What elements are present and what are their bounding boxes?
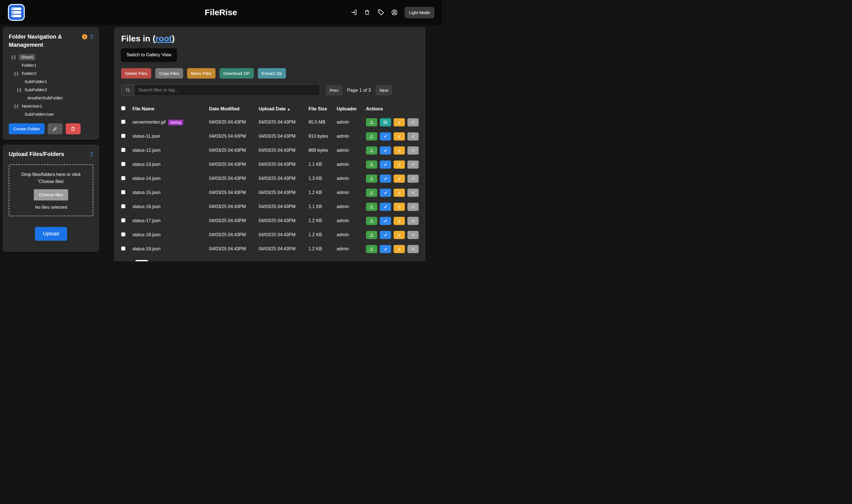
row-checkbox[interactable] (121, 134, 125, 138)
row-checkbox[interactable] (121, 190, 125, 194)
tree-item-label[interactable]: SubFolderUser (24, 112, 54, 117)
logout-icon[interactable] (350, 9, 357, 16)
header-file-name[interactable]: File Name (133, 106, 209, 111)
preview-button[interactable] (380, 118, 391, 126)
share-button[interactable] (407, 161, 419, 169)
share-button[interactable] (407, 146, 419, 155)
tree-item-label[interactable]: (Root) (19, 54, 35, 60)
tree-item-label[interactable]: Folder2 (22, 71, 37, 76)
edit-button[interactable] (380, 188, 391, 197)
select-all-checkbox[interactable] (121, 106, 125, 110)
file-name[interactable]: servermonitor.gif (133, 120, 166, 124)
header-uploader[interactable]: Uploader (337, 106, 366, 111)
edit-button[interactable] (380, 132, 391, 141)
tree-item-label[interactable]: NewUser1 (22, 104, 42, 109)
share-button[interactable] (407, 245, 419, 253)
tag-icon[interactable] (378, 9, 384, 16)
rename-button[interactable] (394, 188, 405, 197)
share-button[interactable] (407, 231, 419, 239)
rename-button[interactable] (394, 231, 405, 239)
file-name[interactable]: status-18.json (133, 232, 161, 237)
tree-item-label[interactable]: AnotherSubFolder (27, 95, 63, 101)
download-button[interactable] (366, 231, 377, 239)
root-link[interactable]: root (156, 34, 172, 43)
download-button[interactable] (366, 245, 377, 253)
download-button[interactable] (366, 203, 377, 211)
row-checkbox[interactable] (121, 162, 125, 166)
download-button[interactable] (366, 118, 377, 126)
file-dropzone[interactable]: Drop files/folders here or click 'Choose… (9, 164, 93, 216)
rename-button[interactable] (394, 175, 405, 183)
rename-button[interactable] (394, 161, 405, 169)
tree-item-label[interactable]: SubFolder1 (24, 79, 47, 84)
header-file-size[interactable]: File Size (309, 106, 337, 111)
download-button[interactable] (366, 175, 377, 183)
rename-folder-button[interactable] (48, 123, 63, 134)
rename-button[interactable] (394, 245, 405, 253)
row-checkbox[interactable] (121, 120, 125, 124)
download-button[interactable] (366, 188, 377, 197)
tree-toggle[interactable]: [-] (12, 55, 19, 60)
row-checkbox[interactable] (121, 232, 125, 236)
file-name[interactable]: status-12.json (133, 148, 161, 152)
share-button[interactable] (407, 175, 419, 183)
next-page-button[interactable]: Next (376, 85, 392, 95)
row-checkbox[interactable] (121, 204, 125, 208)
file-name[interactable]: status-13.json (133, 162, 161, 167)
share-button[interactable] (407, 132, 419, 141)
edit-button[interactable] (380, 245, 391, 253)
tree-toggle[interactable]: [-] (17, 87, 24, 92)
edit-button[interactable] (380, 161, 391, 169)
edit-button[interactable] (380, 146, 391, 155)
items-per-page-select[interactable]: 10 (135, 260, 148, 261)
switch-gallery-view-button[interactable]: Switch to Gallery View (121, 49, 177, 61)
download-button[interactable] (366, 161, 377, 169)
tree-item[interactable]: [-]SubFolder2 (9, 86, 93, 94)
edit-button[interactable] (380, 217, 391, 225)
tree-item[interactable]: [-](Root) (9, 53, 93, 61)
file-name[interactable]: status-14.json (133, 176, 161, 181)
tree-item-label[interactable]: SubFolder2 (24, 87, 47, 92)
share-button[interactable] (407, 217, 419, 225)
header-upload-date[interactable]: Upload Date▲ (259, 106, 309, 111)
share-button[interactable] (407, 118, 419, 126)
download-button[interactable] (366, 217, 377, 225)
rename-button[interactable] (394, 132, 405, 141)
header-date-modified[interactable]: Date Modified (209, 106, 259, 111)
info-icon[interactable]: i (82, 34, 87, 39)
filerise-logo-icon[interactable] (7, 3, 25, 21)
account-icon[interactable] (391, 9, 398, 16)
light-mode-button[interactable]: Light Mode (404, 7, 434, 18)
file-name[interactable]: status-19.json (133, 246, 161, 251)
move-files-button[interactable]: Move Files (187, 68, 215, 78)
download-button[interactable] (366, 146, 377, 155)
delete-files-button[interactable]: Delete Files (121, 68, 151, 78)
delete-folder-button[interactable] (66, 123, 81, 134)
row-checkbox[interactable] (121, 218, 125, 222)
share-button[interactable] (407, 203, 419, 211)
edit-button[interactable] (380, 203, 391, 211)
file-name[interactable]: status-11.json (133, 134, 160, 139)
file-name[interactable]: status-15.json (133, 190, 161, 195)
tree-item[interactable]: SubFolder1 (9, 77, 93, 86)
tree-item[interactable]: [-]Folder2 (9, 69, 93, 77)
row-checkbox[interactable] (121, 148, 125, 152)
choose-files-button[interactable]: Choose files (34, 189, 68, 200)
search-icon[interactable] (121, 85, 134, 96)
row-checkbox[interactable] (121, 176, 125, 180)
tree-toggle[interactable]: [-] (14, 104, 22, 109)
download-zip-button[interactable]: Download ZIP (220, 68, 254, 78)
drag-handle-icon[interactable] (90, 34, 93, 40)
trash-icon[interactable] (364, 9, 371, 16)
tree-toggle[interactable]: [-] (14, 71, 22, 76)
edit-button[interactable] (380, 175, 391, 183)
extract-zip-button[interactable]: Extract Zip (258, 68, 286, 78)
copy-files-button[interactable]: Copy Files (155, 68, 183, 78)
tree-item[interactable]: Folder1 (9, 61, 93, 69)
upload-button[interactable]: Upload (35, 227, 67, 241)
rename-button[interactable] (394, 146, 405, 155)
search-input[interactable] (134, 85, 320, 96)
prev-page-button[interactable]: Prev (326, 85, 342, 95)
create-folder-button[interactable]: Create Folder (9, 123, 45, 134)
tree-item[interactable]: AnotherSubFolder (9, 94, 93, 102)
